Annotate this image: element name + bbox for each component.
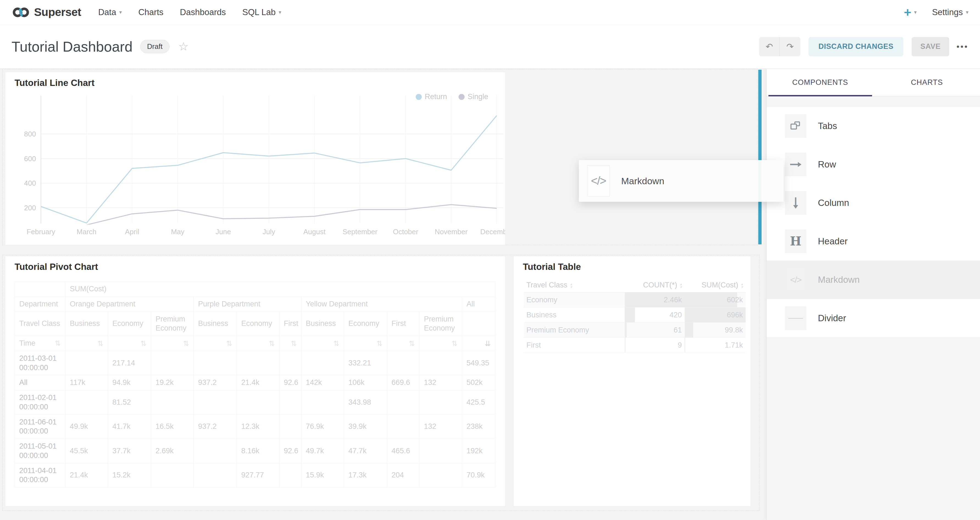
line-chart-card[interactable]: Tutorial Line Chart ReturnSingle Februar… [5,72,506,245]
pivot-data-row: All117k94.9k19.2k937.221.4k92.6142k106k6… [15,375,495,390]
sort-icon: ⇊ [485,339,491,348]
component-item-markdown[interactable]: </>Markdown [767,260,980,299]
legend-dot [458,94,465,100]
markdown-icon: </> [785,268,807,292]
favorite-star-icon[interactable]: ☆ [178,41,189,52]
pivot-row-label: 2011-03-01 00:00:00 [15,351,65,375]
pivot-cell: 669.6 [387,375,420,390]
component-item-column[interactable]: Column [767,184,980,222]
cell-sum: 99.8k [685,323,746,338]
sidebar-spacer [767,97,980,107]
column-header-sum-cost[interactable]: SUM(Cost)▴▾ [685,278,746,292]
chevron-down-icon: ▾ [966,9,969,15]
chart-title: Tutorial Pivot Chart [14,262,98,272]
markdown-icon: </> [587,165,610,197]
pivot-sort-col[interactable]: ⇅ [344,336,387,351]
drop-indicator-bar [758,70,762,244]
pivot-sort-col[interactable]: ⇅ [387,336,420,351]
pivot-row-label: All [15,375,65,390]
pivot-cell: 21.4k [65,463,108,488]
pivot-sort-col[interactable]: ⇅ [65,336,108,351]
svg-text:200: 200 [24,204,36,212]
pivot-sort-col[interactable]: ⇊ [462,336,495,351]
component-label: Divider [818,313,846,323]
tab-charts[interactable]: CHARTS [874,69,980,96]
chart-legend: ReturnSingle [416,92,488,101]
pivot-row-label: 2011-02-01 00:00:00 [15,390,65,415]
pivot-sort-col[interactable]: ⇅ [301,336,344,351]
undo-button[interactable]: ↶ [759,37,780,56]
pivot-cell: 204 [387,463,420,488]
header-actions: ↶ ↷ DISCARD CHANGES SAVE ••• [759,37,969,56]
overflow-menu-icon[interactable]: ••• [956,42,969,51]
pivot-cell: 106k [344,375,387,390]
component-item-header[interactable]: HHeader [767,222,980,260]
component-label: Row [818,159,836,170]
pivot-cell [387,415,420,439]
pivot-row-label: 2011-05-01 00:00:00 [15,439,65,463]
pivot-cell-all: 238k [462,415,495,439]
pivot-sort-col[interactable]: ⇅ [237,336,279,351]
pivot-sort-col[interactable]: ⇅ [151,336,194,351]
tab-components[interactable]: COMPONENTS [767,69,874,96]
nav-item-sql-lab[interactable]: SQL Lab▾ [242,8,282,17]
table-chart-card[interactable]: Tutorial Table Travel Class▴▾COUNT(*)▴▾S… [513,256,751,507]
pivot-group-yellow-department: Yellow Department [301,296,462,312]
chevron-down-icon: ▾ [278,9,282,15]
sort-icon: ⇅ [183,339,189,348]
component-item-row[interactable]: Row [767,145,980,184]
component-list: TabsRowColumnHHeader</>MarkdownDivider [767,107,980,338]
nav-item-dashboards[interactable]: Dashboards [180,8,226,17]
undo-icon: ↶ [766,41,773,52]
legend-item-return[interactable]: Return [416,92,447,101]
settings-menu[interactable]: Settings ▾ [932,8,969,17]
pivot-sort-col[interactable]: ⇅ [108,336,151,351]
legend-dot [416,94,422,100]
status-badge: Draft [140,40,169,53]
pivot-sort-col[interactable]: ⇅ [194,336,237,351]
save-button[interactable]: SAVE [912,37,950,56]
nav-item-charts[interactable]: Charts [138,8,163,17]
pivot-chart-card[interactable]: Tutorial Pivot Chart SUM(Cost)Department… [5,256,506,507]
legend-label: Return [425,92,447,101]
pivot-sort-col[interactable]: ⇅ [420,336,462,351]
redo-button[interactable]: ↷ [780,37,800,56]
active-tab-indicator [768,95,872,97]
column-header-count[interactable]: COUNT(*)▴▾ [625,278,685,292]
pivot-cell-all: 425.5 [462,390,495,415]
component-item-tabs[interactable]: Tabs [767,107,980,145]
nav-item-data[interactable]: Data▾ [98,8,122,17]
pivot-cell [420,463,462,488]
pivot-cell [237,351,279,375]
pivot-group-orange-department: Orange Department [65,296,194,312]
svg-text:600: 600 [24,155,36,163]
component-item-divider[interactable]: Divider [767,299,980,338]
cell-sum: 1.71k [685,338,746,353]
discard-changes-button[interactable]: DISCARD CHANGES [808,37,904,56]
header-icon: H [785,230,807,253]
sort-icon: ⇅ [55,339,61,348]
sort-icon: ⇅ [333,339,339,348]
svg-text:800: 800 [24,130,36,138]
pivot-sort-col[interactable]: ⇅ [279,336,301,351]
sort-icon: ⇅ [409,339,415,348]
pivot-sort-time[interactable]: Time⇅ [15,336,65,351]
sort-carets-icon: ▴▾ [680,282,682,289]
new-item-button[interactable]: + ▾ [904,6,916,19]
column-header-travel-class[interactable]: Travel Class▴▾ [523,278,625,292]
pivot-cell-all: 192k [462,439,495,463]
sort-icon: ⇅ [376,339,382,348]
nav-item-label: SQL Lab [242,8,275,17]
cell-travel-class: Economy [523,292,625,308]
pivot-cell [194,390,237,415]
sort-icon: ⇅ [97,339,103,348]
legend-item-single[interactable]: Single [458,92,488,101]
pivot-cell: 343.98 [344,390,387,415]
pivot-cell: 465.6 [387,439,420,463]
tab-label: CHARTS [911,78,943,87]
sort-carets-icon: ▴▾ [741,282,743,289]
superset-logo[interactable]: Superset [11,6,81,19]
data-table: Travel Class▴▾COUNT(*)▴▾SUM(Cost)▴▾Econo… [523,278,746,353]
redo-icon: ↷ [786,41,794,52]
pivot-cell [301,351,344,375]
